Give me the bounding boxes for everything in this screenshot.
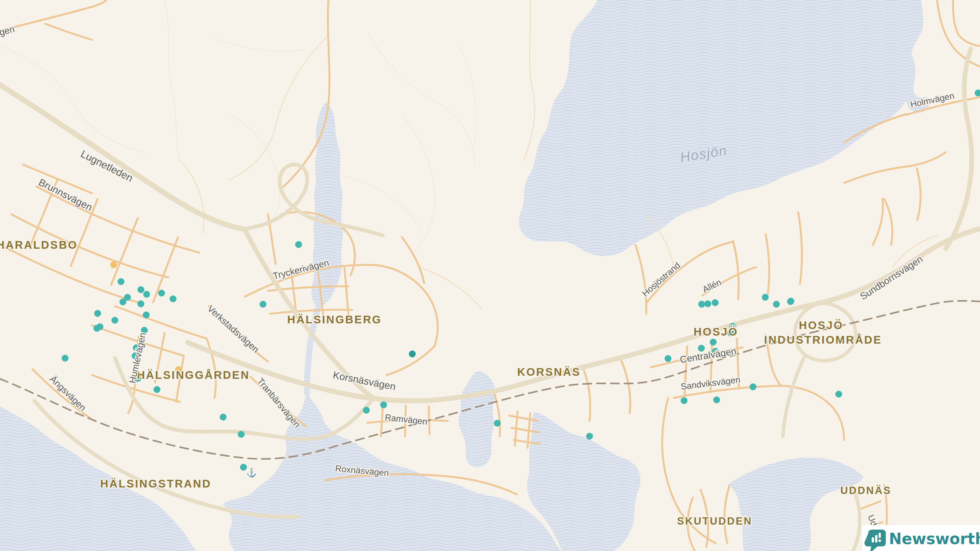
map-marker[interactable] (773, 301, 780, 308)
map-marker[interactable] (220, 414, 227, 421)
map-marker[interactable] (137, 286, 144, 293)
map-marker[interactable] (363, 407, 370, 414)
map-marker[interactable] (409, 350, 416, 357)
district-label: HOSJÖ (799, 319, 844, 331)
map-marker[interactable] (710, 339, 717, 346)
map-marker[interactable] (118, 278, 124, 285)
map-marker[interactable] (835, 391, 842, 398)
district-label: HOSJÖ (694, 326, 738, 338)
district-label: SKUTUDDEN (677, 515, 753, 527)
map-marker[interactable] (713, 396, 720, 403)
map-marker[interactable] (698, 301, 705, 308)
district-label: HÄLSINGGÅRDEN (137, 369, 250, 381)
map-marker[interactable] (681, 397, 688, 404)
map-marker[interactable] (143, 311, 150, 318)
map-marker[interactable] (260, 301, 266, 308)
marina-icon: ⚓ (246, 468, 257, 478)
map-marker[interactable] (238, 431, 245, 438)
map-marker[interactable] (62, 355, 69, 362)
map-marker[interactable] (154, 386, 160, 393)
district-label: HÄLSINGSTRAND (100, 478, 211, 490)
map-marker[interactable] (111, 317, 118, 324)
map-marker[interactable] (143, 291, 150, 298)
map-marker[interactable] (712, 299, 719, 306)
map-marker[interactable] (110, 261, 117, 268)
map-marker[interactable] (119, 298, 126, 305)
map-marker[interactable] (787, 298, 794, 305)
map-root: ⚓ HARALDSBOHÄLSINGBERGHÄLSINGGÅRDENHÄLSI… (0, 0, 980, 551)
map-marker[interactable] (380, 401, 387, 408)
newsworthy-logo-text: Newsworthy (889, 530, 980, 548)
district-label: KORSNÄS (517, 366, 581, 378)
district-label: HARALDSBO (0, 239, 78, 251)
attribution-bar[interactable]: Newsworthy (862, 525, 980, 551)
map-marker[interactable] (295, 241, 302, 248)
map-marker[interactable] (158, 290, 165, 297)
map-marker[interactable] (704, 300, 711, 307)
map-marker[interactable] (665, 355, 671, 362)
map-marker[interactable] (137, 300, 144, 307)
district-label: HÄLSINGBERG (287, 313, 382, 326)
map-marker[interactable] (750, 383, 756, 390)
district-label: INDUSTRIOMRÅDE (764, 334, 882, 346)
map-marker[interactable] (494, 420, 501, 427)
map-marker[interactable] (170, 295, 176, 302)
map-marker[interactable] (96, 323, 103, 330)
map-marker[interactable] (94, 310, 101, 317)
map-marker[interactable] (586, 433, 593, 440)
district-label: UDDNÄS (840, 485, 892, 496)
map-marker[interactable] (762, 294, 769, 301)
map-canvas[interactable]: ⚓ HARALDSBOHÄLSINGBERGHÄLSINGGÅRDENHÄLSI… (0, 0, 980, 551)
